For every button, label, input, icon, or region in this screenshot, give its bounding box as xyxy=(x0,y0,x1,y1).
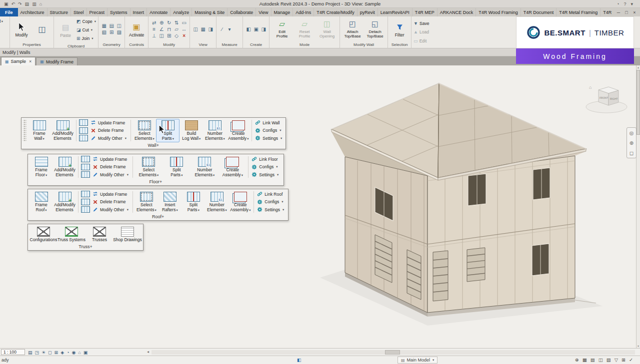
properties-palette-button[interactable]: ◫ xyxy=(32,23,52,35)
view-cube[interactable]: FRONT RIGHT ⌂ xyxy=(586,85,627,113)
modify-tool-icon[interactable]: ∠ xyxy=(158,26,165,32)
mode-button[interactable]: ▱ Edit Profile xyxy=(272,20,292,39)
viewcube-front-label[interactable]: FRONT xyxy=(600,96,608,99)
status-icon[interactable]: ◫ xyxy=(598,357,603,363)
ribbon-tab[interactable]: Manage xyxy=(272,8,294,16)
3d-viewport[interactable]: FRONT RIGHT ⌂ ◎⊕◻ ▲ ▼ Frame Wal xyxy=(0,65,640,348)
modify-tool-icon[interactable]: ⊞ xyxy=(166,33,172,39)
wf-small-button[interactable]: Link Floor xyxy=(252,156,280,162)
clipboard-tool-button[interactable]: ⊞ Join ▾ xyxy=(76,36,96,41)
modify-tool-icon[interactable]: ⇅ xyxy=(173,20,180,26)
clipboard-tool-button[interactable]: ◪ Cut ▾ xyxy=(76,27,96,32)
wf-big-button[interactable]: Insert Rafters▾ xyxy=(158,190,182,214)
vertical-scrollbar[interactable]: ▲ ▼ xyxy=(636,65,640,348)
ribbon-tab[interactable]: Massing & Site xyxy=(192,8,228,16)
tab-close-icon[interactable]: × xyxy=(29,59,32,64)
wf-small-button[interactable]: Update Frame xyxy=(92,156,130,162)
view-tab-sample[interactable]: ▦ Sample × xyxy=(1,57,36,65)
geometry-tool-icon[interactable]: ▤ xyxy=(108,23,115,29)
wf-big-button[interactable]: Frame Wall▾ xyxy=(28,119,51,142)
modify-tool-icon[interactable]: ↔ xyxy=(180,26,188,32)
ribbon-tab[interactable]: T4R Reinforcement xyxy=(600,8,613,16)
workset-selector[interactable]: ▤ Main Model ▾ xyxy=(398,357,438,364)
modify-tool-icon[interactable]: ▱ xyxy=(173,26,180,32)
scroll-down-icon[interactable]: ▼ xyxy=(637,345,640,348)
status-icon[interactable]: ▦ xyxy=(582,357,587,363)
wf-small-button[interactable]: Update Frame xyxy=(90,120,128,125)
modify-tool-icon[interactable]: ≡ xyxy=(150,26,158,32)
modify-tool-icon[interactable]: ⇄ xyxy=(150,20,158,26)
wf-big-button[interactable]: Create Assembly▾ xyxy=(226,119,250,142)
horizontal-scrollbar[interactable] xyxy=(152,350,635,355)
modify-tool-icon[interactable]: ▭ xyxy=(180,20,188,26)
wf-big-button[interactable]: Shop Drawings xyxy=(114,225,142,244)
wf-big-button[interactable]: Trusses xyxy=(86,225,114,244)
quick-access-icon[interactable]: ↶ xyxy=(12,1,16,6)
status-icon[interactable]: ⊞ xyxy=(622,357,626,363)
wf-small-button[interactable]: Modify Other▾ xyxy=(92,207,130,212)
geometry-tool-icon[interactable]: ▨ xyxy=(116,29,122,35)
wf-big-button[interactable]: Select Elements▾ xyxy=(134,155,162,179)
quick-access-icon[interactable]: ⌂ xyxy=(40,1,42,6)
modify-tool-icon[interactable]: ◇ xyxy=(173,33,180,39)
ribbon-tab[interactable]: Structure xyxy=(48,8,72,16)
modify-tool-icon[interactable]: × xyxy=(180,33,188,39)
wf-small-button[interactable]: Update Frame xyxy=(92,191,130,197)
viewcube-right-label[interactable]: RIGHT xyxy=(610,97,618,100)
viewcube-home-icon[interactable]: ⌂ xyxy=(589,85,592,90)
wf-big-button[interactable]: Split Parts▾ xyxy=(162,155,190,179)
maximize-button[interactable]: □ xyxy=(623,10,630,15)
ribbon-tab[interactable]: Insert xyxy=(130,8,148,16)
view-control-icon[interactable]: ◉ xyxy=(72,350,76,355)
mode-button[interactable]: ▱ Reset Profile xyxy=(294,20,315,39)
modify-tool-icon[interactable]: ◫ xyxy=(158,33,165,39)
ribbon-tab[interactable]: pyRevit xyxy=(358,8,378,16)
wf-big-button[interactable]: Select Elements▾ xyxy=(134,190,158,214)
scrollbar-thumb[interactable] xyxy=(385,350,400,355)
view-control-icon[interactable]: ◔ xyxy=(66,350,69,355)
geometry-tool-icon[interactable]: ▧ xyxy=(100,29,108,35)
wf-big-button[interactable]: Add/Modify Elements xyxy=(51,119,74,142)
create-tool-icon[interactable]: ◧ xyxy=(245,26,252,32)
wf-small-button[interactable]: Delete Frame xyxy=(92,199,130,205)
docking-button[interactable]: ▭ Edit xyxy=(414,38,429,43)
ribbon-tab[interactable]: LearnRevitAPI xyxy=(378,8,412,16)
modify-wall-button[interactable]: ◰ Attach Top/Base xyxy=(342,20,363,39)
filter-button[interactable]: Filter xyxy=(390,21,409,37)
wf-small-button[interactable]: Settings▾ xyxy=(255,135,282,141)
wf-small-button[interactable]: Settings▾ xyxy=(257,207,285,212)
select-panel[interactable]: Select▾ xyxy=(0,16,10,48)
wf-big-button[interactable]: Create Assembly▾ xyxy=(228,190,252,214)
ribbon-tab[interactable]: Collaborate xyxy=(228,8,256,16)
minimize-button[interactable]: ─ xyxy=(615,10,622,15)
view-control-icon[interactable]: ▣ xyxy=(84,350,88,355)
geometry-tool-icon[interactable]: ⊞ xyxy=(108,29,115,35)
ribbon-tab[interactable]: Architecture xyxy=(18,8,48,16)
ribbon-tab[interactable]: Annotate xyxy=(147,8,170,16)
view-control-icon[interactable]: ▤ xyxy=(28,350,32,355)
clipboard-tool-button[interactable]: ◩ Cope ▾ xyxy=(76,19,96,24)
scroll-left-icon[interactable]: ◂ xyxy=(147,350,149,354)
wf-small-button[interactable]: Delete Frame xyxy=(90,128,128,133)
ribbon-tab[interactable]: Steel xyxy=(71,8,87,16)
wf-big-button[interactable]: Number Elements▾ xyxy=(203,119,226,142)
measure-tool-icon[interactable]: ∕ xyxy=(218,26,226,32)
wf-small-button[interactable]: Configs▾ xyxy=(255,128,282,133)
view-tab-modify-frame[interactable]: ▦ Modify Frame xyxy=(36,57,78,65)
wf-big-button[interactable]: Split Parts▾ xyxy=(182,190,205,214)
view-tool-icon[interactable]: ▦ xyxy=(200,26,206,32)
ribbon-tab[interactable]: T4R MEP xyxy=(412,8,438,16)
wf-big-button[interactable]: Select Elements▾ xyxy=(132,119,156,142)
titlebar-icon[interactable]: ▾ xyxy=(630,1,633,6)
wf-big-button[interactable]: Frame Roof▾ xyxy=(30,190,53,214)
quick-access-icon[interactable]: ▣ xyxy=(4,1,8,6)
measure-tool-icon[interactable]: ▾ xyxy=(226,26,233,32)
view-tool-icon[interactable]: ◨ xyxy=(207,26,214,32)
paste-button[interactable]: ▤ Paste xyxy=(56,21,75,38)
wf-small-button[interactable]: Settings▾ xyxy=(252,172,280,177)
status-icon[interactable]: ▧ xyxy=(606,357,611,363)
status-icon[interactable]: ✓ xyxy=(629,357,633,363)
docking-button[interactable]: ▼ Save xyxy=(414,21,429,26)
geometry-tool-icon[interactable]: ▦ xyxy=(100,23,108,29)
view-control-icon[interactable]: ◳ xyxy=(35,350,40,355)
